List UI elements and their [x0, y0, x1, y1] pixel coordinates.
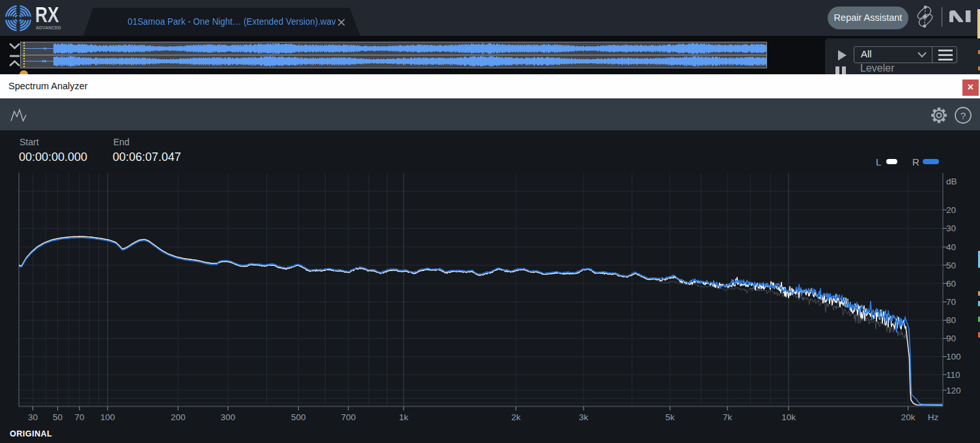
svg-text:30: 30 — [946, 223, 956, 233]
svg-text:dB: dB — [946, 177, 957, 186]
svg-text:7k: 7k — [723, 412, 733, 422]
svg-text:5k: 5k — [665, 412, 675, 422]
svg-text:20: 20 — [946, 205, 956, 215]
svg-text:500: 500 — [291, 412, 306, 422]
svg-text:30: 30 — [28, 412, 38, 422]
svg-text:50: 50 — [53, 412, 63, 422]
svg-text:70: 70 — [946, 297, 956, 307]
svg-text:80: 80 — [946, 315, 956, 325]
svg-text:Hz: Hz — [928, 412, 939, 422]
svg-text:10k: 10k — [781, 412, 796, 422]
svg-text:3k: 3k — [579, 412, 589, 422]
svg-text:200: 200 — [171, 412, 186, 422]
svg-text:2k: 2k — [511, 412, 521, 422]
svg-text:20k: 20k — [901, 412, 916, 422]
svg-text:60: 60 — [946, 279, 956, 289]
svg-text:120: 120 — [946, 386, 961, 395]
svg-text:100: 100 — [946, 352, 961, 362]
svg-text:70: 70 — [74, 412, 84, 422]
svg-text:110: 110 — [946, 370, 960, 380]
svg-text:1k: 1k — [399, 412, 409, 422]
svg-text:?: ? — [960, 110, 966, 121]
svg-text:40: 40 — [946, 242, 956, 252]
svg-text:50: 50 — [946, 261, 956, 270]
svg-text:700: 700 — [341, 412, 356, 422]
svg-text:100: 100 — [100, 412, 115, 422]
svg-text:90: 90 — [946, 334, 956, 343]
svg-text:300: 300 — [221, 412, 236, 422]
